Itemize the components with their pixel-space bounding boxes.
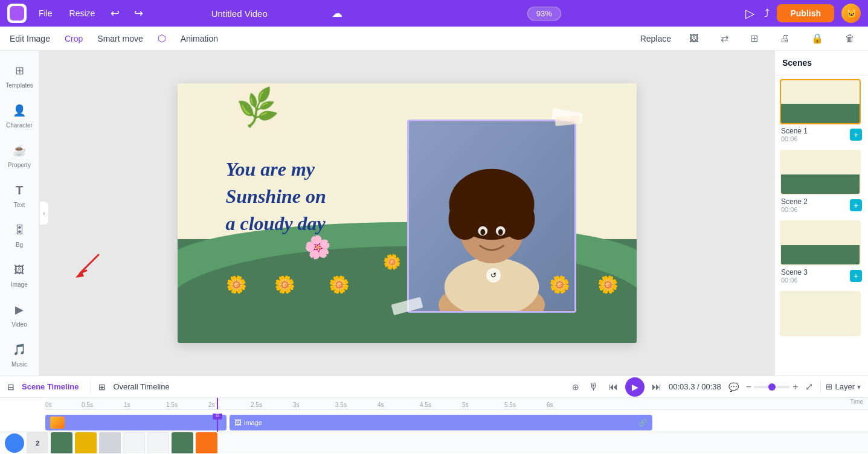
sidebar-item-templates[interactable]: ⊞ Templates (2, 57, 36, 94)
sidebar-item-music[interactable]: 🎵 Music (2, 336, 36, 373)
scene-3-time: 00:06 (781, 277, 808, 284)
scene-timeline-tab[interactable]: Scene Timeline (17, 380, 83, 394)
sidebar-item-text[interactable]: T Text (2, 176, 36, 214)
grid-icon[interactable]: ⊞ (747, 30, 762, 46)
animation-button[interactable]: Animation (181, 31, 218, 46)
scene-thumb-4 (780, 291, 861, 336)
zoom-control[interactable]: 93% (527, 7, 561, 21)
thumb-item-4[interactable] (75, 432, 97, 454)
sidebar-item-property[interactable]: ☕ Property (2, 136, 36, 174)
zoom-minus-icon[interactable]: − (746, 382, 751, 392)
ruler-6s: 6s (547, 401, 553, 408)
expand-icon[interactable]: ⤢ (803, 380, 815, 394)
track-image-label: image (244, 419, 262, 426)
photo-reset-icon[interactable]: ↺ (486, 268, 501, 283)
zoom-handle (768, 383, 776, 391)
track-thumb (50, 417, 65, 429)
sidebar-item-character[interactable]: 👤 Character (2, 97, 36, 134)
mic-icon[interactable]: 🎙 (587, 380, 601, 394)
delete-icon[interactable]: 🗑 (841, 31, 858, 46)
sidebar-label-bg: Bg (16, 241, 23, 249)
publish-button[interactable]: Publish (777, 4, 834, 22)
main-layout: ⊞ Templates 👤 Character ☕ Property T Tex… (0, 51, 868, 376)
play-button[interactable]: ▶ (625, 377, 645, 397)
character-icon: 👤 (10, 101, 28, 120)
preview-play-icon[interactable]: ▷ (745, 6, 754, 21)
overall-timeline-icon: ⊞ (98, 382, 106, 392)
captions-icon[interactable]: 💬 (726, 381, 741, 393)
image-icon: 🖼 (10, 261, 28, 279)
sidebar-item-bg[interactable]: 🎛 Bg (2, 216, 36, 254)
lock-icon[interactable]: 🔒 (808, 30, 827, 46)
replace-label: Replace (640, 34, 671, 43)
canvas-area: ‹ 🌿 (39, 51, 774, 376)
print-icon[interactable]: 🖨 (776, 31, 793, 46)
redo-button[interactable]: ↪ (130, 4, 147, 22)
scene-2-time: 00:06 (781, 206, 808, 213)
scene-thumb-3 (780, 220, 861, 266)
ruler-5-5s: 5.5s (504, 401, 516, 408)
thumb-item-8[interactable] (172, 432, 193, 454)
scene-item-3[interactable]: Scene 3 00:06 + (775, 217, 868, 287)
thumb-item-6[interactable] (123, 432, 145, 454)
thumb-item-9[interactable] (196, 432, 217, 454)
flower-2: 🌼 (274, 275, 295, 295)
replace-image-icon[interactable]: 🖼 (686, 31, 702, 46)
edit-image-button[interactable]: Edit Image (10, 31, 50, 46)
file-menu-button[interactable]: File (34, 6, 57, 21)
canvas-preview[interactable]: 🌿 You are my Sunshine on (178, 83, 637, 343)
thumb-item-5[interactable] (99, 432, 121, 454)
share-icon[interactable]: ⤴ (764, 7, 770, 20)
thumb-item-1[interactable] (5, 433, 24, 453)
sidebar-collapse-button[interactable]: ‹ (39, 201, 49, 225)
scene-1-name: Scene 1 (781, 127, 808, 135)
crop-button[interactable]: Crop (65, 31, 83, 46)
logo[interactable] (7, 4, 27, 23)
undo-button[interactable]: ↩ (107, 4, 123, 22)
zoom-plus-icon[interactable]: + (792, 382, 798, 392)
scene-item-4[interactable] (775, 287, 868, 340)
scene-1-add-button[interactable]: + (850, 129, 862, 141)
track-link-icon: 🔗 (638, 418, 648, 427)
current-time: 00:03.3 / 00:38 (669, 382, 721, 391)
scene-thumb-1 (780, 79, 861, 124)
overall-timeline-tab[interactable]: Overall Timeline (108, 380, 174, 394)
layer-button[interactable]: ⊞ Layer ▾ (826, 382, 861, 391)
sidebar-item-video[interactable]: ▶ Video (2, 296, 36, 333)
zoom-in-icon[interactable]: ⊕ (570, 381, 582, 393)
sidebar-label-video: Video (11, 321, 27, 328)
svg-point-13 (498, 229, 503, 235)
thumb-item-3[interactable] (51, 432, 72, 454)
templates-icon: ⊞ (10, 62, 28, 80)
thumb-item-7[interactable] (147, 432, 169, 454)
resize-button[interactable]: Resize (65, 6, 100, 21)
thumb-item-2[interactable]: 2 (27, 432, 48, 454)
scene-2-add-button[interactable]: + (850, 199, 862, 211)
canvas-text[interactable]: You are my Sunshine on a cloudy day (226, 156, 326, 237)
sidebar-label-image: Image (11, 281, 28, 289)
sidebar-item-image[interactable]: 🖼 Image (2, 256, 36, 293)
sidebar-label-character: Character (6, 122, 33, 129)
scene-item-2[interactable]: Scene 2 00:06 + (775, 146, 868, 217)
layer-icon: ⊞ (826, 382, 832, 391)
scene-1-time: 00:06 (781, 135, 808, 142)
track-scene-main[interactable] (45, 415, 227, 430)
smart-move-button[interactable]: Smart move (97, 31, 143, 46)
scene-2-info: Scene 2 00:06 + (780, 197, 863, 213)
ruler-1s: 1s (124, 401, 130, 408)
zoom-slider[interactable] (754, 386, 790, 388)
ruler-4-5s: 4.5s (420, 401, 431, 408)
ruler-0-5s: 0.5s (82, 401, 93, 408)
flower-1: 🌼 (226, 275, 247, 295)
scene-item-1[interactable]: Scene 1 00:06 + (775, 75, 868, 146)
flip-horizontal-icon[interactable]: ⇄ (717, 30, 732, 46)
timeline-separator (91, 381, 91, 393)
avatar[interactable]: 🐱 (841, 4, 861, 23)
sidebar-label-templates: Templates (5, 82, 33, 89)
skip-forward-button[interactable]: ⏭ (649, 380, 664, 394)
flower-4: 🌼 (597, 275, 619, 295)
track-image[interactable]: 🖼 image 🔗 (230, 415, 652, 430)
scene-3-add-button[interactable]: + (850, 270, 862, 282)
skip-back-button[interactable]: ⏮ (606, 380, 620, 394)
scene-thumb-2 (780, 150, 861, 195)
